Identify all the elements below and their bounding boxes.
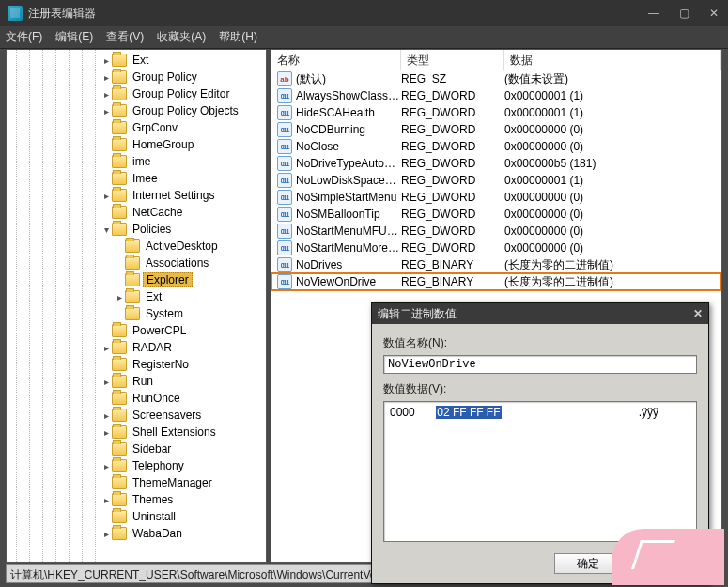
col-data[interactable]: 数据 <box>504 50 721 70</box>
tree-item[interactable]: ▸Run <box>8 373 266 390</box>
menu-view[interactable]: 查看(V) <box>106 29 144 45</box>
value-row[interactable]: ab(默认)REG_SZ(数值未设置) <box>271 70 721 87</box>
tree-item[interactable]: RunOnce <box>8 390 266 407</box>
tree-item[interactable]: ▾Policies <box>8 221 266 238</box>
tree-twisty-icon[interactable]: ▸ <box>101 72 112 83</box>
value-row[interactable]: 011NoSMBalloonTipREG_DWORD0x00000000 (0) <box>271 206 721 223</box>
folder-icon <box>112 375 127 388</box>
tree-twisty-icon[interactable]: ▾ <box>101 224 112 235</box>
tree-label: RADAR <box>130 341 175 354</box>
value-row[interactable]: 011NoDrivesREG_BINARY(长度为零的二进制值) <box>271 256 721 273</box>
value-name: (默认) <box>296 71 401 87</box>
value-type: REG_DWORD <box>401 174 504 187</box>
tree-twisty-icon[interactable]: ▸ <box>114 292 125 302</box>
tree-item[interactable]: Uninstall <box>8 508 266 525</box>
menu-help[interactable]: 帮助(H) <box>219 29 257 45</box>
tree-item[interactable]: ▸Screensavers <box>8 407 266 424</box>
tree-item[interactable]: Sidebar <box>8 440 266 457</box>
tree-item[interactable]: ▸Telephony <box>8 457 266 474</box>
folder-icon <box>112 324 127 337</box>
tree-twisty-icon[interactable]: ▸ <box>101 427 112 438</box>
registry-tree[interactable]: ▸Ext▸Group Policy▸Group Policy Editor▸Gr… <box>7 50 266 562</box>
tree-item[interactable]: ▸Shell Extensions <box>8 424 266 440</box>
tree-twisty-icon[interactable]: ▸ <box>101 529 112 539</box>
minimize-button[interactable]: — <box>647 7 660 20</box>
close-button[interactable]: ✕ <box>707 7 720 20</box>
tree-item[interactable]: ▸Group Policy Objects <box>8 102 266 119</box>
tree-item[interactable]: ▸Group Policy Editor <box>8 85 266 102</box>
tree-item[interactable]: ime <box>8 153 266 170</box>
dialog-close-icon[interactable]: ✕ <box>693 307 703 320</box>
folder-icon <box>112 341 127 354</box>
tree-item[interactable]: RegisterNo <box>8 356 266 373</box>
tree-item[interactable]: GrpConv <box>8 119 266 136</box>
tree-label: ActiveDesktop <box>143 239 221 253</box>
tree-twisty-icon[interactable]: ▸ <box>101 191 112 201</box>
tree-item[interactable]: ▸Ext <box>8 52 266 69</box>
titlebar: 注册表编辑器 — ▢ ✕ <box>0 0 728 26</box>
tree-item[interactable]: ▸Ext <box>8 288 266 305</box>
hex-editor[interactable]: 0000 02 FF FF FF .ÿÿÿ <box>383 401 697 542</box>
value-name: NoCDBurning <box>296 123 401 136</box>
tree-item[interactable]: ActiveDesktop <box>8 238 266 255</box>
value-data: 0x00000001 (1) <box>504 106 721 119</box>
folder-icon <box>112 206 127 219</box>
tree-twisty-icon[interactable]: ▸ <box>101 410 112 421</box>
tree-twisty-icon[interactable]: ▸ <box>101 106 112 116</box>
tree-item[interactable]: Associations <box>8 255 266 271</box>
menu-edit[interactable]: 编辑(E) <box>55 29 93 45</box>
value-row[interactable]: 011NoCDBurningREG_DWORD0x00000000 (0) <box>271 121 721 138</box>
value-type: REG_DWORD <box>401 106 504 119</box>
value-type: REG_DWORD <box>401 208 504 221</box>
menu-favorites[interactable]: 收藏夹(A) <box>157 29 206 45</box>
value-data: 0x00000000 (0) <box>504 224 721 238</box>
value-row[interactable]: 011NoDriveTypeAutoRunREG_DWORD0x000000b5… <box>271 155 721 172</box>
binary-value-icon: 011 <box>277 190 292 205</box>
hex-bytes[interactable]: 02 FF FF FF <box>436 406 501 419</box>
value-type: REG_BINARY <box>401 275 504 288</box>
tree-twisty-icon[interactable]: ▸ <box>101 461 112 471</box>
value-row[interactable]: 011NoStartMenuMoreP...REG_DWORD0x0000000… <box>271 239 721 256</box>
binary-value-icon: 011 <box>277 257 292 272</box>
tree-item[interactable]: ▸Internet Settings <box>8 187 266 204</box>
tree-twisty-icon[interactable]: ▸ <box>101 55 112 66</box>
tree-twisty-icon[interactable]: ▸ <box>101 343 112 353</box>
tree-item[interactable]: ▸RADAR <box>8 339 266 356</box>
value-row[interactable]: 011NoStartMenuMFUpr...REG_DWORD0x0000000… <box>271 223 721 239</box>
tree-item[interactable]: Imee <box>8 170 266 187</box>
tree-item[interactable]: ▸Group Policy <box>8 69 266 85</box>
tree-twisty-icon[interactable]: ▸ <box>101 495 112 505</box>
value-name: HideSCAHealth <box>296 106 401 119</box>
menu-file[interactable]: 文件(F) <box>6 29 42 45</box>
value-name: NoDriveTypeAutoRun <box>296 157 401 170</box>
value-name: NoLowDiskSpaceCh... <box>296 174 401 187</box>
value-row[interactable]: 011HideSCAHealthREG_DWORD0x00000001 (1) <box>271 104 721 121</box>
value-row[interactable]: 011AlwaysShowClassic...REG_DWORD0x000000… <box>271 87 721 104</box>
dialog-titlebar[interactable]: 编辑二进制数值 ✕ <box>372 303 708 324</box>
value-name: NoStartMenuMFUpr... <box>296 224 401 238</box>
value-name-field[interactable] <box>383 355 697 374</box>
folder-icon <box>112 510 127 523</box>
col-type[interactable]: 类型 <box>401 50 504 70</box>
maximize-button[interactable]: ▢ <box>677 7 690 20</box>
tree-twisty-icon[interactable]: ▸ <box>101 89 112 100</box>
tree-item[interactable]: PowerCPL <box>8 322 266 339</box>
tree-item[interactable]: ▸Themes <box>8 491 266 508</box>
tree-item[interactable]: System <box>8 305 266 322</box>
tree-item[interactable]: ▸WabaDan <box>8 525 266 542</box>
value-row[interactable]: 011NoViewOnDriveREG_BINARY(长度为零的二进制值) <box>271 273 721 290</box>
value-row[interactable]: 011NoCloseREG_DWORD0x00000000 (0) <box>271 138 721 155</box>
tree-item[interactable]: Explorer <box>8 271 266 288</box>
tree-item[interactable]: NetCache <box>8 204 266 221</box>
folder-icon <box>125 307 140 320</box>
tree-label: Sidebar <box>130 442 174 456</box>
value-row[interactable]: 011NoLowDiskSpaceCh...REG_DWORD0x0000000… <box>271 172 721 189</box>
folder-icon <box>112 392 127 405</box>
tree-label: Ext <box>130 54 151 67</box>
tree-item[interactable]: HomeGroup <box>8 136 266 153</box>
value-row[interactable]: 011NoSimpleStartMenuREG_DWORD0x00000000 … <box>271 189 721 206</box>
tree-twisty-icon[interactable]: ▸ <box>101 377 112 387</box>
folder-icon <box>112 493 127 506</box>
tree-item[interactable]: ThemeManager <box>8 474 266 491</box>
col-name[interactable]: 名称 <box>271 50 401 70</box>
